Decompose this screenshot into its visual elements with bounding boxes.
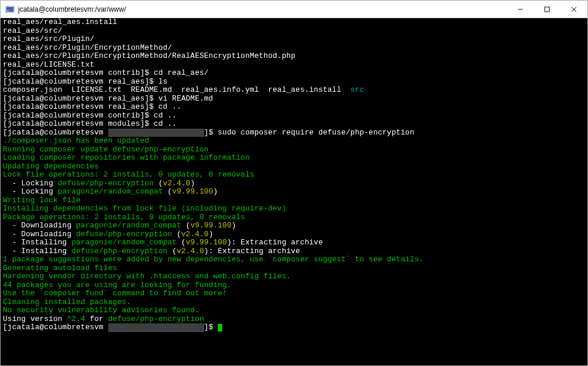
terminal-segment: ) xyxy=(213,187,218,196)
terminal-line: ./composer.json has been updated xyxy=(3,137,585,146)
terminal-segment: src xyxy=(350,85,364,94)
terminal-line: [jcatala@columbretesvm real_aes]$ ls xyxy=(3,78,585,87)
terminal-line: - Locking defuse/php-encryption (v2.4.0) xyxy=(3,179,585,188)
maximize-button[interactable] xyxy=(534,1,561,18)
terminal-segment: Updating dependencies xyxy=(3,162,99,171)
app-window: jcatala@columbretesvm:/var/www/ real_aes… xyxy=(0,0,588,366)
terminal-line: [jcatala@columbretesvm modules]$ cd .. xyxy=(3,120,585,129)
terminal-line: [jcatala@columbretesvm ]$ xyxy=(3,323,585,332)
terminal-line: Running composer update defuse/php-encry… xyxy=(3,146,585,154)
terminal-segment xyxy=(108,323,204,332)
svg-rect-5 xyxy=(545,7,549,12)
terminal-segment: ( xyxy=(167,247,177,255)
terminal-segment: ( xyxy=(181,221,191,230)
terminal-segment: composer.json LICENSE.txt README.md real… xyxy=(3,85,350,94)
terminal-segment: real_aes/src/Plugin/ xyxy=(3,34,94,43)
terminal-segment: paragonie/random_compat xyxy=(76,221,181,230)
terminal-segment: v9.99.100 xyxy=(172,187,213,196)
terminal-line: Generating autoload files xyxy=(3,264,585,273)
terminal-line: Using version ^2.4 for defuse/php-encryp… xyxy=(3,315,585,324)
terminal-segment: Hardening vendor directory with .htacces… xyxy=(3,272,291,281)
terminal-segment: v2.4.0 xyxy=(181,230,209,239)
terminal-segment: - Downloading xyxy=(3,230,76,239)
terminal-segment: Loading composer repositories with packa… xyxy=(3,153,250,162)
terminal-segment: for xyxy=(85,315,108,323)
terminal-segment: real_aes/LICENSE.txt xyxy=(3,60,94,69)
terminal-segment: [jcatala@columbretesvm modules]$ cd .. xyxy=(3,119,177,128)
terminal-segment: Use the `composer fund` command to find … xyxy=(3,289,227,298)
terminal-line: [jcatala@columbretesvm contrib]$ cd real… xyxy=(3,69,585,78)
terminal-segment: real_aes/src/ xyxy=(3,26,63,35)
terminal-content[interactable]: real_aes/real_aes.installreal_aes/src/re… xyxy=(1,18,587,365)
terminal-line: real_aes/src/ xyxy=(3,27,585,36)
terminal-segment: [jcatala@columbretesvm xyxy=(3,128,108,137)
svg-rect-2 xyxy=(7,10,9,11)
terminal-line: Lock file operations: 2 installs, 0 upda… xyxy=(3,171,585,179)
terminal-line: - Downloading defuse/php-encryption (v2.… xyxy=(3,230,585,239)
terminal-line: - Installing defuse/php-encryption (v2.4… xyxy=(3,247,585,256)
terminal-line: Package operations: 2 installs, 0 update… xyxy=(3,213,585,222)
terminal-segment: ]$ xyxy=(204,323,218,332)
terminal-segment: Lock file operations: 2 installs, 0 upda… xyxy=(3,170,255,179)
terminal-segment: ( xyxy=(154,179,163,188)
terminal-segment: defuse/php-encryption xyxy=(58,179,154,188)
terminal-line: Use the `composer fund` command to find … xyxy=(3,289,585,298)
terminal-segment: - Installing xyxy=(3,247,71,255)
terminal-line: composer.json LICENSE.txt README.md real… xyxy=(3,86,585,95)
terminal-line: No security vulnerability advisories fou… xyxy=(3,306,585,315)
terminal-segment: real_aes/real_aes.install xyxy=(3,18,117,26)
terminal-line: real_aes/src/Plugin/EncryptionMethod/Rea… xyxy=(3,52,585,61)
terminal-segment: [jcatala@columbretesvm real_aes]$ ls xyxy=(3,77,167,86)
terminal-segment: ) xyxy=(232,221,236,230)
terminal-segment: ./composer.json has been updated xyxy=(3,136,149,145)
terminal-line: real_aes/LICENSE.txt xyxy=(3,61,585,70)
terminal-segment: ]$ sudo composer require defuse/php-encr… xyxy=(204,128,414,137)
terminal-line: Loading composer repositories with packa… xyxy=(3,154,585,163)
terminal-segment: Installing dependencies from lock file (… xyxy=(3,204,286,213)
terminal-segment: v9.99.100 xyxy=(186,238,227,247)
terminal-segment: Package operations: 2 installs, 0 update… xyxy=(3,213,245,222)
terminal-segment: - Downloading xyxy=(3,221,76,230)
terminal-segment: ): Extracting archive xyxy=(204,247,300,255)
terminal-segment: 1 package suggestions were added by new … xyxy=(3,255,424,264)
terminal-segment: ( xyxy=(177,238,186,247)
terminal-line: Updating dependencies xyxy=(3,163,585,171)
terminal-segment: No security vulnerability advisories fou… xyxy=(3,306,200,315)
terminal-line: real_aes/src/Plugin/EncryptionMethod/ xyxy=(3,44,585,53)
terminal-segment: Running composer update defuse/php-encry… xyxy=(3,145,209,154)
terminal-segment: Using version xyxy=(3,315,67,323)
terminal-segment: Cleaning installed packages. xyxy=(3,298,131,306)
terminal-segment: v2.4.0 xyxy=(177,247,204,255)
terminal-segment: [jcatala@columbretesvm xyxy=(3,323,108,332)
window-title: jcatala@columbretesvm:/var/www/ xyxy=(18,5,507,13)
window-controls xyxy=(507,1,587,18)
terminal-segment: [jcatala@columbretesvm contrib]$ cd real… xyxy=(3,68,209,77)
terminal-segment: Writing lock file xyxy=(3,196,81,205)
terminal-line: [jcatala@columbretesvm real_aes]$ vi REA… xyxy=(3,95,585,103)
terminal-line: 44 packages you are using are looking fo… xyxy=(3,281,585,290)
terminal-segment: v2.4.0 xyxy=(163,179,191,188)
terminal-line: - Locking paragonie/random_compat (v9.99… xyxy=(3,188,585,196)
terminal-segment: ( xyxy=(172,230,181,239)
terminal-segment: v9.99.100 xyxy=(190,221,231,230)
svg-rect-3 xyxy=(7,11,8,11)
terminal-line: Hardening vendor directory with .htacces… xyxy=(3,272,585,281)
terminal-line: - Installing paragonie/random_compat (v9… xyxy=(3,239,585,247)
terminal-segment: [jcatala@columbretesvm contrib]$ cd .. xyxy=(3,111,177,120)
terminal-segment: - Installing xyxy=(3,238,71,247)
terminal-line: real_aes/real_aes.install xyxy=(3,18,585,27)
minimize-button[interactable] xyxy=(507,1,534,18)
terminal-cursor xyxy=(218,324,222,332)
terminal-line: real_aes/src/Plugin/ xyxy=(3,35,585,44)
terminal-line: 1 package suggestions were added by new … xyxy=(3,255,585,264)
terminal-segment: ) xyxy=(209,230,214,239)
terminal-line: Writing lock file xyxy=(3,196,585,205)
terminal-segment: defuse/php-encryption xyxy=(108,315,204,323)
terminal-segment: ^2.4 xyxy=(67,315,85,323)
close-button[interactable] xyxy=(561,1,587,18)
terminal-segment: ) xyxy=(190,179,195,188)
titlebar[interactable]: jcatala@columbretesvm:/var/www/ xyxy=(1,1,587,18)
terminal-segment xyxy=(108,129,204,137)
terminal-segment: - Locking xyxy=(3,179,58,188)
terminal-line: Cleaning installed packages. xyxy=(3,298,585,307)
